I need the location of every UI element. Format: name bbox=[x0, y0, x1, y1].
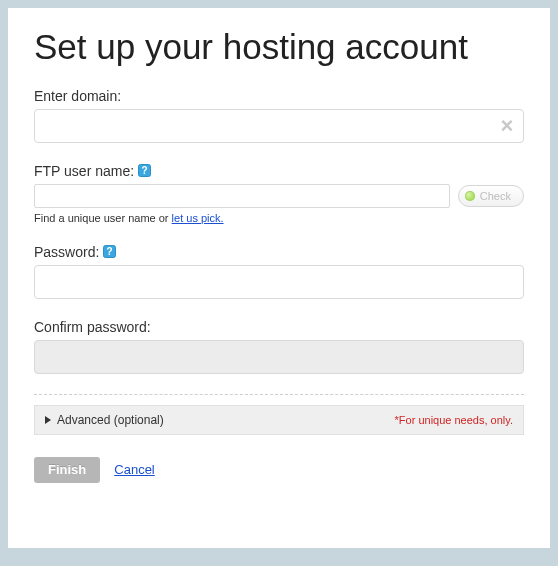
confirm-password-field: Confirm password: bbox=[34, 319, 524, 374]
ftp-label: FTP user name: bbox=[34, 163, 134, 179]
help-icon[interactable]: ? bbox=[138, 164, 151, 177]
domain-input[interactable] bbox=[34, 109, 524, 143]
finish-button[interactable]: Finish bbox=[34, 457, 100, 483]
page-title: Set up your hosting account bbox=[34, 28, 524, 66]
domain-label: Enter domain: bbox=[34, 88, 121, 104]
password-label: Password: bbox=[34, 244, 99, 260]
ftp-username-input[interactable] bbox=[34, 184, 450, 208]
password-input[interactable] bbox=[34, 265, 524, 299]
svg-text:?: ? bbox=[142, 165, 148, 176]
chevron-right-icon bbox=[45, 416, 51, 424]
confirm-password-label: Confirm password: bbox=[34, 319, 151, 335]
confirm-password-input[interactable] bbox=[34, 340, 524, 374]
domain-field: Enter domain: × bbox=[34, 88, 524, 143]
svg-text:?: ? bbox=[107, 246, 113, 257]
help-icon[interactable]: ? bbox=[103, 245, 116, 258]
cancel-link[interactable]: Cancel bbox=[114, 462, 154, 477]
ftp-hint-text: Find a unique user name or bbox=[34, 212, 172, 224]
check-button-label: Check bbox=[480, 190, 511, 202]
status-dot-icon bbox=[465, 191, 475, 201]
advanced-label: Advanced (optional) bbox=[57, 413, 164, 427]
let-us-pick-link[interactable]: let us pick. bbox=[172, 212, 224, 224]
advanced-toggle[interactable]: Advanced (optional) *For unique needs, o… bbox=[34, 405, 524, 435]
advanced-note: *For unique needs, only. bbox=[395, 414, 513, 426]
check-button[interactable]: Check bbox=[458, 185, 524, 207]
password-field: Password: ? bbox=[34, 244, 524, 299]
ftp-hint: Find a unique user name or let us pick. bbox=[34, 212, 524, 224]
clear-icon[interactable]: × bbox=[496, 115, 518, 137]
setup-card: Set up your hosting account Enter domain… bbox=[8, 8, 550, 548]
actions-row: Finish Cancel bbox=[34, 457, 524, 483]
ftp-field: FTP user name: ? Check Find a unique use… bbox=[34, 163, 524, 224]
separator bbox=[34, 394, 524, 395]
